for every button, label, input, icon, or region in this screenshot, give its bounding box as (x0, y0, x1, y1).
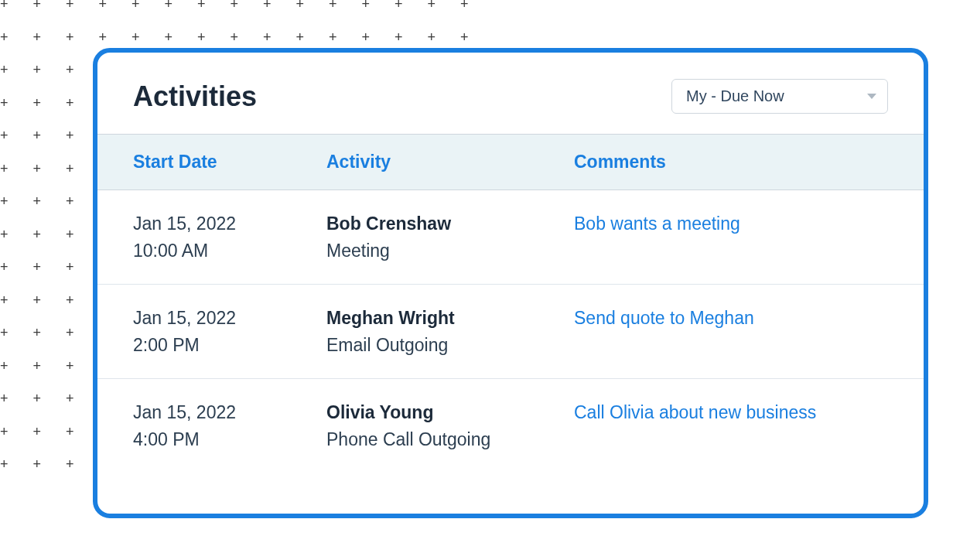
comment-link[interactable]: Bob wants a meeting (574, 213, 740, 234)
chevron-down-icon (867, 94, 876, 99)
table-row[interactable]: Jan 15, 2022 10:00 AM Bob Crenshaw Meeti… (97, 190, 924, 285)
cell-comments: Send quote to Meghan (574, 305, 888, 358)
date-text: Jan 15, 2022 (133, 305, 326, 332)
activity-type: Meeting (326, 237, 574, 265)
date-text: Jan 15, 2022 (133, 210, 326, 237)
activities-card: Activities My - Due Now Start Date Activ… (93, 48, 928, 518)
card-header: Activities My - Due Now (97, 53, 924, 134)
filter-dropdown[interactable]: My - Due Now (671, 79, 888, 114)
cell-start-date: Jan 15, 2022 10:00 AM (133, 210, 326, 264)
activity-type: Phone Call Outgoing (326, 426, 574, 453)
column-header-start-date[interactable]: Start Date (133, 152, 326, 172)
filter-selected-label: My - Due Now (686, 87, 784, 105)
contact-name: Meghan Wright (326, 305, 574, 332)
table-row[interactable]: Jan 15, 2022 2:00 PM Meghan Wright Email… (97, 285, 924, 379)
page-title: Activities (133, 80, 257, 113)
time-text: 4:00 PM (133, 426, 326, 453)
contact-name: Olivia Young (326, 399, 574, 426)
cell-activity: Meghan Wright Email Outgoing (326, 305, 574, 358)
table-header-row: Start Date Activity Comments (97, 134, 924, 190)
column-header-activity[interactable]: Activity (326, 152, 574, 172)
comment-link[interactable]: Call Olivia about new business (574, 402, 816, 422)
date-text: Jan 15, 2022 (133, 399, 326, 426)
cell-activity: Bob Crenshaw Meeting (326, 210, 574, 264)
cell-comments: Bob wants a meeting (574, 210, 888, 264)
comment-link[interactable]: Send quote to Meghan (574, 308, 754, 328)
column-header-comments[interactable]: Comments (574, 152, 888, 172)
contact-name: Bob Crenshaw (326, 210, 574, 237)
activity-type: Email Outgoing (326, 332, 574, 359)
time-text: 2:00 PM (133, 332, 326, 359)
table-row[interactable]: Jan 15, 2022 4:00 PM Olivia Young Phone … (97, 379, 924, 473)
cell-start-date: Jan 15, 2022 4:00 PM (133, 399, 326, 452)
cell-start-date: Jan 15, 2022 2:00 PM (133, 305, 326, 358)
time-text: 10:00 AM (133, 237, 326, 265)
cell-activity: Olivia Young Phone Call Outgoing (326, 399, 574, 452)
activities-table: Start Date Activity Comments Jan 15, 202… (97, 134, 924, 473)
cell-comments: Call Olivia about new business (574, 399, 888, 452)
